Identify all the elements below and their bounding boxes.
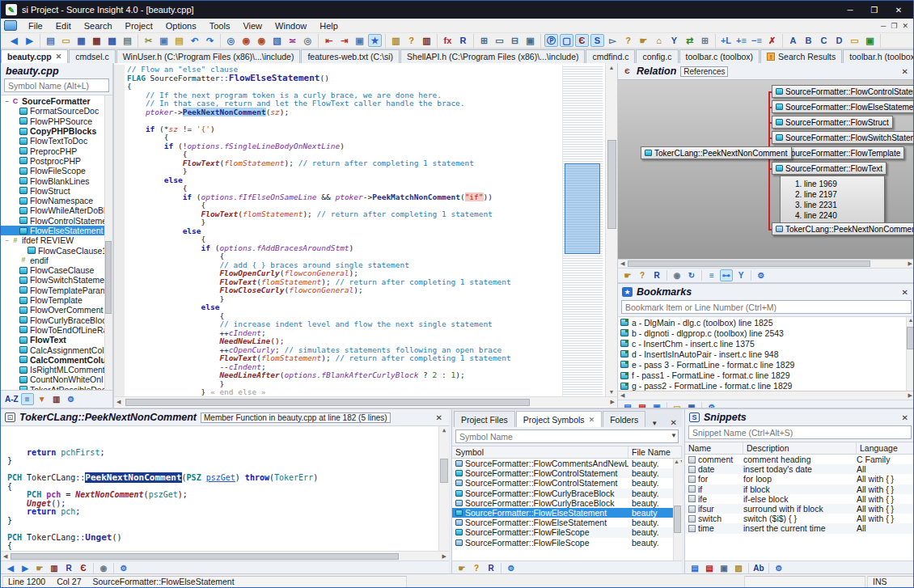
home-icon[interactable]: ⌂ bbox=[652, 34, 666, 47]
menu-file[interactable]: File bbox=[22, 19, 49, 32]
refresh-icon[interactable]: ↻ bbox=[685, 269, 698, 281]
project-symbol-row[interactable]: SourceFormatter::FlowCommentsAndNewLineb… bbox=[452, 459, 682, 468]
mdi-minimize-button[interactable]: ─ bbox=[881, 22, 886, 30]
scroll-right-icon[interactable]: ▶ bbox=[908, 260, 912, 267]
scroll-left-icon[interactable]: ◀ bbox=[620, 260, 624, 267]
goto-definition-icon[interactable]: ▣ bbox=[353, 34, 366, 47]
bookmark-item[interactable]: b - dlgnoti - dlgprop.c (toolbox) line 2… bbox=[618, 328, 914, 338]
reference-line-item[interactable]: 4. line 2240 bbox=[795, 210, 878, 221]
book-icon[interactable]: ▥ bbox=[50, 393, 63, 405]
symbol-tree-item[interactable]: FlowNamespace bbox=[1, 196, 112, 205]
snippet-row[interactable]: commentcomment headingC Family bbox=[685, 455, 914, 464]
bookmark-filter-input[interactable] bbox=[621, 300, 912, 314]
tile-horizontal-icon[interactable]: ⊟ bbox=[508, 34, 522, 47]
replace-icon[interactable]: ≍ bbox=[286, 34, 299, 47]
tree-expander-icon[interactable]: − bbox=[3, 99, 11, 104]
indent-decrease-icon[interactable]: −≡ bbox=[750, 34, 764, 47]
file-tab[interactable]: toolbar.c (toolbox) bbox=[679, 49, 760, 63]
snippet-row[interactable]: forfor loopAll with { } bbox=[685, 474, 914, 484]
scroll-left-icon[interactable]: ◀ bbox=[116, 399, 121, 405]
clip-d-icon[interactable]: D bbox=[832, 34, 846, 47]
indent-increase-icon[interactable]: +≡ bbox=[734, 34, 748, 47]
tile-grid-icon[interactable]: ⊞ bbox=[477, 34, 491, 47]
symbol-tree-item[interactable]: FlowControlStateme bbox=[1, 216, 112, 226]
symbol-tree-item[interactable]: PostprocPHP bbox=[1, 156, 112, 166]
relation-icon[interactable]: Є bbox=[77, 562, 90, 574]
tile-single-icon[interactable]: ▭ bbox=[493, 34, 506, 47]
code-editor[interactable]: // Flow an "else" clauseFLAG SourceForma… bbox=[114, 63, 617, 408]
mdi-restore-button[interactable]: ❐ bbox=[891, 22, 897, 30]
lock-icon[interactable]: ◉ bbox=[97, 562, 110, 574]
symbol-tree-item[interactable]: FlowCaseClause bbox=[1, 265, 112, 275]
symbol-tree-item[interactable]: FlowToEndOfLineRa bbox=[1, 325, 112, 335]
bookmark-item[interactable]: d - InsertIsInAutoPair - insert.c line 9… bbox=[618, 349, 914, 359]
file-tab[interactable]: !Search Results bbox=[760, 49, 842, 63]
scroll-down-icon[interactable]: ▼ bbox=[609, 389, 615, 395]
bookmark-item[interactable]: g - pass2 - FormatLine - format.c line 1… bbox=[618, 381, 914, 391]
project-symbol-row[interactable]: SourceFormatter::FlowControlStatementbea… bbox=[452, 478, 682, 488]
jump-reference-icon[interactable]: ⇥ bbox=[337, 34, 351, 47]
minimap-viewport[interactable] bbox=[565, 163, 600, 254]
relation-close-icon[interactable]: ✕ bbox=[899, 67, 911, 76]
symbol-tree-item[interactable]: PreprocPHP bbox=[1, 146, 112, 155]
combo-chevron-icon[interactable]: ▼ bbox=[671, 432, 677, 439]
symbol-tree-item[interactable]: FlowSwitchStatemer bbox=[1, 275, 112, 285]
redo-icon[interactable]: ↷ bbox=[203, 34, 217, 47]
sync-icon[interactable]: ⇄ bbox=[683, 34, 696, 47]
book-icon[interactable]: ▥ bbox=[48, 562, 61, 574]
symbol-tree-item[interactable]: CountNonWhiteOnl bbox=[1, 374, 112, 384]
bookmark-icon[interactable]: ★ bbox=[368, 34, 382, 47]
outline-view-icon[interactable]: ≡ bbox=[705, 269, 718, 281]
search-backward-icon[interactable]: ◉ bbox=[255, 34, 269, 47]
symbol-tree-item[interactable]: FlowPHPSource bbox=[1, 116, 112, 126]
file-tab[interactable]: cmdfind.c bbox=[586, 49, 635, 63]
draft-view-icon[interactable]: Ⓟ bbox=[544, 34, 558, 47]
symbol-tree-item[interactable]: FlowTemplateParan bbox=[1, 286, 112, 295]
search-files-icon[interactable]: ▧ bbox=[270, 34, 284, 47]
column-file-name[interactable]: File Name bbox=[628, 446, 682, 458]
column-language[interactable]: Language bbox=[857, 442, 914, 454]
symbol-tree-scrollbar[interactable] bbox=[104, 95, 112, 390]
clips-edit-icon[interactable]: ▣ bbox=[863, 34, 877, 47]
relation-graph[interactable]: SourceFormatter::FlowControlStatemenSour… bbox=[618, 79, 914, 259]
symbol-tree-item[interactable]: FlowFileScope bbox=[1, 166, 112, 176]
print-icon[interactable]: ▤ bbox=[121, 34, 134, 47]
symbol-window-icon[interactable]: ▥ bbox=[389, 34, 403, 47]
symbol-tree-item[interactable]: FlowText bbox=[1, 335, 112, 345]
context-vertical-scrollbar[interactable]: ▲ bbox=[438, 426, 449, 551]
project-tab-project-files[interactable]: Project Files bbox=[454, 411, 515, 427]
clip-a-icon[interactable]: A bbox=[786, 34, 800, 47]
file-tab[interactable]: features-web.txt (C:\si) bbox=[301, 49, 400, 63]
symbol-tree-item[interactable]: IsRightMLComment bbox=[1, 365, 112, 374]
cut-icon[interactable]: ✂ bbox=[142, 34, 155, 47]
script-icon[interactable]: R bbox=[62, 562, 75, 574]
bookmarks-horizontal-scrollbar[interactable]: ◀▶ bbox=[618, 391, 914, 400]
snippet-filter-input[interactable] bbox=[688, 425, 912, 439]
delete-snippet-icon[interactable]: ▤ bbox=[703, 562, 716, 574]
scroll-left-icon[interactable]: ◀ bbox=[620, 392, 624, 399]
tab-overflow-chevron-icon[interactable]: ▼ bbox=[646, 420, 662, 427]
column-symbol[interactable]: Symbol bbox=[452, 446, 628, 458]
menu-tools[interactable]: Tools bbox=[203, 19, 237, 32]
bookmark-item[interactable]: a - DlgMain - dlg.c (toolbox) line 1825 bbox=[618, 317, 914, 328]
graph-view-icon[interactable]: ⊶ bbox=[720, 269, 733, 281]
help-icon[interactable]: ? bbox=[470, 562, 483, 574]
tree-view-icon[interactable]: Y bbox=[734, 269, 747, 281]
symbol-tree-item[interactable]: FlowWhileAfterDoBl bbox=[1, 205, 112, 215]
context-horizontal-scrollbar[interactable]: ◀▶ bbox=[1, 551, 449, 561]
script-icon[interactable]: R bbox=[456, 34, 470, 47]
column-name[interactable]: Name bbox=[685, 442, 743, 454]
clip-c-icon[interactable]: C bbox=[817, 34, 831, 47]
symbol-tree-item[interactable]: FlowStruct bbox=[1, 186, 112, 196]
bookmarks-scrollbar[interactable]: ▲ bbox=[906, 317, 914, 391]
menu-options[interactable]: Options bbox=[159, 19, 203, 32]
relation-node[interactable]: SourceFormatter::FlowStruct bbox=[772, 116, 893, 129]
gear-icon[interactable]: ⚙ bbox=[755, 269, 768, 281]
touch-icon[interactable]: ☛ bbox=[621, 269, 634, 281]
project-symbol-row[interactable]: SourceFormatter::FlowFileScopebeauty. bbox=[452, 527, 682, 537]
symbol-tree-item[interactable]: CopyPHPBlocks bbox=[1, 126, 112, 136]
scroll-right-icon[interactable]: ▶ bbox=[908, 392, 912, 399]
symbol-filter-input[interactable] bbox=[4, 78, 109, 92]
properties-icon[interactable]: ▨ bbox=[732, 562, 745, 574]
snippet-row[interactable]: ifsursurround with if blockAll with { } bbox=[685, 504, 914, 514]
